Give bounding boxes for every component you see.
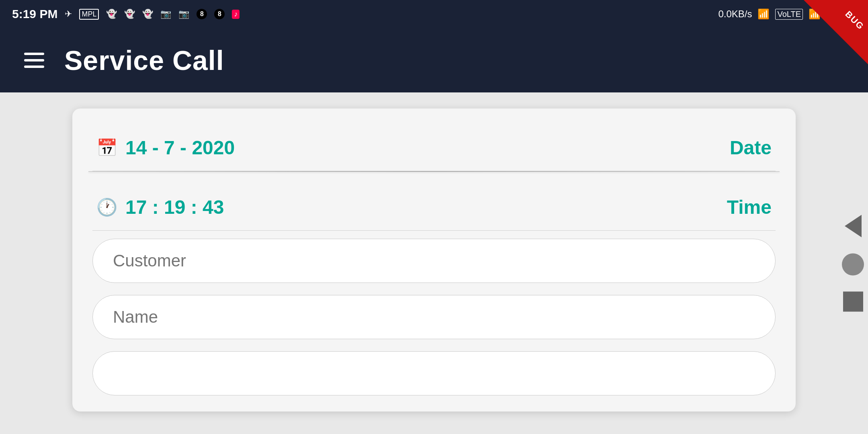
snapchat3-icon: 👻	[142, 9, 153, 19]
instagram2-icon: 📷	[178, 9, 189, 19]
section-spacer	[92, 172, 776, 184]
snapchat2-icon: 👻	[124, 9, 135, 19]
stop-button[interactable]	[843, 292, 863, 312]
ball8v2-icon: 8	[214, 9, 225, 19]
mpl-icon: MPL	[79, 9, 99, 20]
calendar-icon: 📅	[96, 138, 117, 158]
status-bar: 5:19 PM ✈ MPL 👻 👻 👻 📷 📷 8 8 ♪ 0.0KB/s 📶 …	[0, 0, 868, 28]
status-bar-left: 5:19 PM ✈ MPL 👻 👻 👻 📷 📷 8 8 ♪	[12, 7, 240, 21]
time-left: 🕐 17 : 19 : 43	[96, 196, 224, 218]
hamburger-menu[interactable]	[24, 53, 44, 68]
hamburger-line-3	[24, 66, 44, 68]
time-row[interactable]: 🕐 17 : 19 : 43 Time	[92, 184, 776, 231]
record-button[interactable]	[842, 254, 864, 276]
time-label: Time	[727, 196, 772, 218]
date-left: 📅 14 - 7 - 2020	[96, 137, 235, 159]
time-value: 17 : 19 : 43	[125, 196, 224, 218]
hamburger-line-1	[24, 53, 44, 55]
signal-icon: 📶	[757, 8, 770, 20]
ball8-icon: 8	[197, 9, 207, 19]
right-nav	[842, 215, 864, 312]
page-title: Service Call	[64, 45, 224, 76]
third-input[interactable]	[92, 351, 776, 395]
telegram-icon: ✈	[65, 9, 72, 19]
service-call-card: 📅 14 - 7 - 2020 Date 🕐 17 : 19 : 43 Time	[72, 108, 796, 411]
clock-icon: 🕐	[96, 197, 117, 217]
app-header: Service Call	[0, 28, 868, 92]
snapchat1-icon: 👻	[106, 9, 117, 19]
status-time: 5:19 PM	[12, 7, 57, 21]
date-row[interactable]: 📅 14 - 7 - 2020 Date	[92, 125, 776, 171]
hamburger-line-2	[24, 59, 44, 61]
main-content: 📅 14 - 7 - 2020 Date 🕐 17 : 19 : 43 Time	[0, 92, 868, 434]
name-input[interactable]	[92, 295, 776, 339]
instagram1-icon: 📷	[160, 9, 171, 19]
input-section	[92, 239, 776, 395]
date-label: Date	[730, 137, 772, 159]
debug-badge: BUG	[804, 0, 868, 64]
date-value: 14 - 7 - 2020	[125, 137, 235, 159]
tiktok-icon: ♪	[232, 10, 240, 19]
customer-input[interactable]	[92, 239, 776, 283]
network-speed: 0.0KB/s	[718, 8, 752, 20]
volte-icon: VoLTE	[775, 9, 803, 20]
back-nav-button[interactable]	[845, 215, 862, 237]
